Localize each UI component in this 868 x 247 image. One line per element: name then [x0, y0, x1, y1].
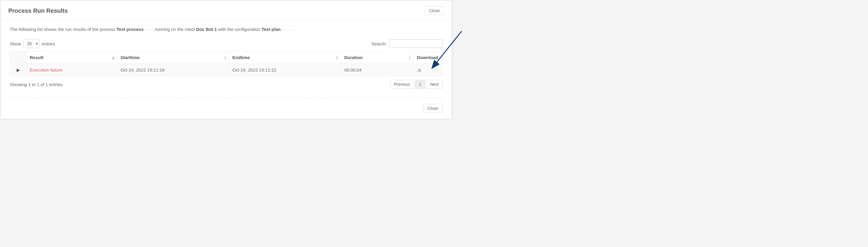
intro-process-suffix: —— — [145, 27, 154, 32]
table-controls: Show 25 entries Search: — [10, 39, 443, 48]
col-duration[interactable]: Duration ▲▼ — [341, 51, 414, 64]
modal-title: Process Run Results — [8, 7, 68, 14]
next-button[interactable]: Next — [426, 80, 443, 89]
col-endtime-label: Endtime — [232, 55, 250, 60]
page-1-button[interactable]: 1 — [415, 80, 425, 89]
col-duration-label: Duration — [344, 55, 363, 60]
sort-icon: ▲▼ — [408, 56, 411, 60]
page-size-select[interactable]: 25 — [24, 39, 39, 48]
intro-text: The following list shows the run results… — [10, 27, 443, 32]
process-run-results-modal: Process Run Results Close The following … — [1, 1, 452, 119]
close-button-top[interactable]: Close — [425, 6, 444, 15]
table-header-row: Result ▲▼ Starttime ▲▼ Endtime — [10, 51, 443, 64]
intro-with-conf: with the configuration — [218, 27, 261, 32]
intro-process-name: Test process — [116, 27, 144, 32]
page-length-control: Show 25 entries — [10, 39, 55, 48]
table-row: ▶ Execution failure Oct 24, 2022 19:11:1… — [10, 64, 443, 76]
col-result[interactable]: Result ▲▼ — [27, 51, 118, 64]
col-expander — [10, 51, 27, 64]
row-expander[interactable]: ▶ — [10, 64, 27, 76]
intro-mid: running on the robot — [155, 27, 196, 32]
col-download-label: Download — [417, 55, 438, 60]
col-starttime-label: Starttime — [121, 55, 140, 60]
entries-label: entries — [42, 41, 55, 46]
search-input[interactable] — [389, 39, 443, 48]
show-label: Show — [10, 41, 21, 46]
divider — [10, 98, 443, 98]
cell-download — [414, 64, 443, 76]
intro-after: . — [292, 27, 293, 32]
col-download: Download — [414, 51, 443, 64]
col-starttime[interactable]: Starttime ▲▼ — [117, 51, 229, 64]
cell-endtime: Oct 24, 2022 19:11:22 — [229, 64, 341, 76]
intro-plan-name: Test plan — [261, 27, 281, 32]
modal-header: Process Run Results Close — [1, 1, 452, 21]
table-bottom: Showing 1 to 1 of 1 entries Previous 1 N… — [10, 80, 443, 89]
modal-body: The following list shows the run results… — [1, 21, 452, 119]
sort-icon: ▲▼ — [336, 56, 339, 60]
search-control: Search: — [371, 39, 443, 48]
cell-starttime: Oct 24, 2022 19:11:18 — [117, 64, 229, 76]
cell-result[interactable]: Execution failure — [27, 64, 118, 76]
table-info: Showing 1 to 1 of 1 entries — [10, 82, 63, 87]
prev-button[interactable]: Previous — [390, 80, 414, 89]
col-endtime[interactable]: Endtime ▲▼ — [229, 51, 341, 64]
modal-footer: Close — [10, 104, 443, 113]
pagination: Previous 1 Next — [390, 80, 443, 89]
intro-pre: The following list shows the run results… — [10, 27, 116, 32]
intro-plan-suffix: —— — [282, 27, 291, 32]
sort-icon: ▲▼ — [112, 56, 115, 60]
cell-duration: 00:00:04 — [341, 64, 414, 76]
intro-robot-name: Doc Bot 1 — [196, 27, 217, 32]
sort-icon: ▲▼ — [224, 56, 227, 60]
search-label: Search: — [371, 41, 387, 46]
results-table: Result ▲▼ Starttime ▲▼ Endtime — [10, 51, 443, 76]
download-icon[interactable] — [417, 68, 422, 73]
col-result-label: Result — [30, 55, 43, 60]
close-button-bottom[interactable]: Close — [423, 104, 443, 113]
